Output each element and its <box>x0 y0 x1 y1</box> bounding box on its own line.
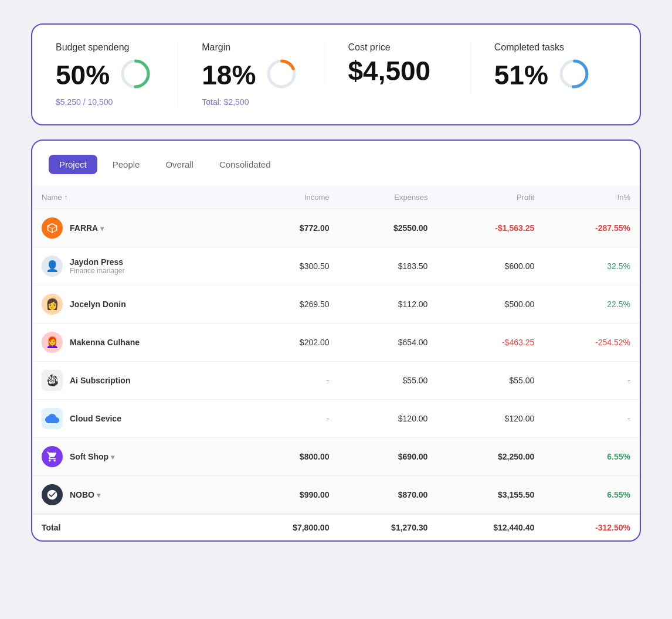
profit-cell: -$1,563.25 <box>437 209 544 247</box>
data-table: Name ↑IncomeExpensesProfitIn% FARRA▾$772… <box>32 186 640 540</box>
tab-people[interactable]: People <box>102 155 151 174</box>
table-row: 👩‍🦰Makenna Culhane$202.00$654.00-$463.25… <box>32 324 640 362</box>
kpi-label: Cost price <box>348 42 470 53</box>
name-cell: 👩Jocelyn Donin <box>32 285 240 324</box>
tab-consolidated[interactable]: Consolidated <box>209 155 281 174</box>
expenses-cell: $1,270.30 <box>338 514 437 540</box>
income-cell: $7,800.00 <box>240 514 339 540</box>
name-cell: 👩‍🦰Makenna Culhane <box>32 324 240 362</box>
kpi-item-0: Budget spendeng50% $5,250 / 10,500 <box>56 42 178 107</box>
income-cell: $269.50 <box>240 285 339 324</box>
income-cell: $772.00 <box>240 209 339 247</box>
table-row: NOBO▾$990.00$870.00$3,155.506.55% <box>32 476 640 515</box>
avatar <box>42 446 63 467</box>
profit-cell: -$463.25 <box>437 324 544 362</box>
profit-cell: $2,250.00 <box>437 438 544 476</box>
col-header-4: In% <box>544 186 640 209</box>
in-percent-cell: 6.55% <box>544 476 640 515</box>
name-cell: Soft Shop▾ <box>32 438 240 476</box>
table-row: FARRA▾$772.00$2550.00-$1,563.25-287.55% <box>32 209 640 247</box>
income-cell: - <box>240 362 339 400</box>
donut-chart <box>265 57 298 93</box>
in-percent-cell: -254.52% <box>544 324 640 362</box>
entity-name: Jocelyn Donin <box>70 300 126 309</box>
avatar: 👩‍🦰 <box>42 332 63 353</box>
kpi-label: Completed tasks <box>494 42 616 53</box>
avatar: 👤 <box>42 256 63 277</box>
expenses-cell: $55.00 <box>338 362 437 400</box>
profit-cell: $120.00 <box>437 400 544 438</box>
entity-name: Cloud Sevice <box>70 414 121 423</box>
income-cell: - <box>240 400 339 438</box>
expenses-cell: $112.00 <box>338 285 437 324</box>
income-cell: $202.00 <box>240 324 339 362</box>
avatar: 👩 <box>42 294 63 315</box>
col-header-2: Expenses <box>338 186 437 209</box>
donut-chart <box>119 57 152 93</box>
table-row: 👩Jocelyn Donin$269.50$112.00$500.0022.5% <box>32 285 640 324</box>
profit-cell: $12,440.40 <box>437 514 544 540</box>
kpi-sub: $5,250 / 10,500 <box>56 97 178 107</box>
chevron-down-icon[interactable]: ▾ <box>97 491 100 499</box>
income-cell: $990.00 <box>240 476 339 515</box>
table-card: ProjectPeopleOverallConsolidated Name ↑I… <box>31 140 641 542</box>
in-percent-cell: -287.55% <box>544 209 640 247</box>
profit-cell: $500.00 <box>437 285 544 324</box>
profit-cell: $600.00 <box>437 247 544 285</box>
expenses-cell: $690.00 <box>338 438 437 476</box>
name-cell: 👤Jaydon PressFinance manager <box>32 247 240 285</box>
profit-cell: $3,155.50 <box>437 476 544 515</box>
kpi-value: 18% <box>202 62 256 89</box>
kpi-value: 51% <box>494 62 548 89</box>
income-cell: $300.50 <box>240 247 339 285</box>
chevron-down-icon[interactable]: ▾ <box>111 453 114 461</box>
entity-name: NOBO▾ <box>70 490 100 499</box>
expenses-cell: $2550.00 <box>338 209 437 247</box>
entity-name: Soft Shop▾ <box>70 452 114 461</box>
kpi-label: Margin <box>202 42 324 53</box>
kpi-card: Budget spendeng50% $5,250 / 10,500Margin… <box>31 23 641 125</box>
chevron-down-icon[interactable]: ▾ <box>100 225 104 233</box>
expenses-cell: $654.00 <box>338 324 437 362</box>
entity-name: FARRA▾ <box>70 223 104 233</box>
tab-project[interactable]: Project <box>49 155 97 174</box>
table-row: Ai Subscription-$55.00$55.00- <box>32 362 640 400</box>
name-cell: Cloud Sevice <box>32 400 240 438</box>
in-percent-cell: - <box>544 362 640 400</box>
table-row: Total$7,800.00$1,270.30$12,440.40-312.50… <box>32 514 640 540</box>
kpi-value: $4,500 <box>348 57 431 84</box>
total-label: Total <box>42 523 60 532</box>
table-row: Soft Shop▾$800.00$690.00$2,250.006.55% <box>32 438 640 476</box>
tab-overall[interactable]: Overall <box>155 155 204 174</box>
profit-cell: $55.00 <box>437 362 544 400</box>
in-percent-cell: 22.5% <box>544 285 640 324</box>
kpi-item-1: Margin18% Total: $2,500 <box>178 42 324 107</box>
name-cell: Ai Subscription <box>32 362 240 400</box>
donut-chart <box>558 57 590 93</box>
person-sub: Finance manager <box>70 267 124 275</box>
income-cell: $800.00 <box>240 438 339 476</box>
expenses-cell: $120.00 <box>338 400 437 438</box>
in-percent-cell: - <box>544 400 640 438</box>
expenses-cell: $183.50 <box>338 247 437 285</box>
col-header-3: Profit <box>437 186 544 209</box>
in-percent-cell: 6.55% <box>544 438 640 476</box>
kpi-item-2: Cost price$4,500 <box>324 42 470 84</box>
entity-name: Makenna Culhane <box>70 338 140 347</box>
name-cell: FARRA▾ <box>32 209 240 247</box>
avatar <box>42 408 63 429</box>
kpi-label: Budget spendeng <box>56 42 178 53</box>
name-cell: NOBO▾ <box>32 476 240 515</box>
kpi-sub: Total: $2,500 <box>202 97 324 107</box>
col-header-0: Name ↑ <box>32 186 240 209</box>
kpi-item-3: Completed tasks51% <box>470 42 616 93</box>
avatar <box>42 217 63 239</box>
expenses-cell: $870.00 <box>338 476 437 515</box>
table-row: Cloud Sevice-$120.00$120.00- <box>32 400 640 438</box>
entity-name: Ai Subscription <box>70 376 130 385</box>
in-percent-cell: -312.50% <box>544 514 640 540</box>
avatar <box>42 484 63 505</box>
col-header-1: Income <box>240 186 339 209</box>
table-row: 👤Jaydon PressFinance manager$300.50$183.… <box>32 247 640 285</box>
tabs: ProjectPeopleOverallConsolidated <box>32 155 640 186</box>
